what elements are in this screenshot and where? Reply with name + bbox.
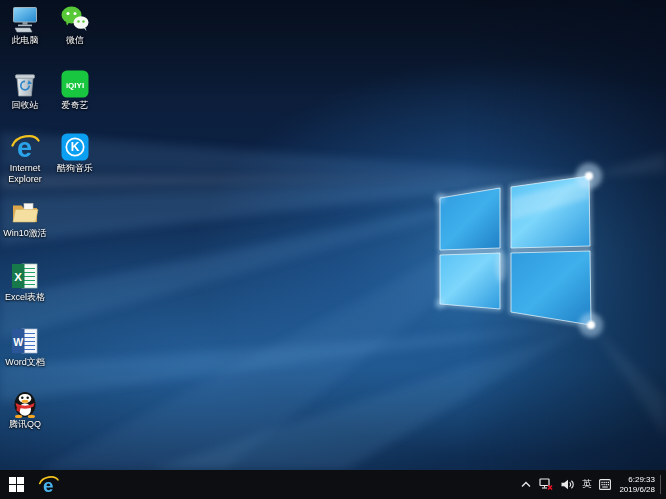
recycle-bin-icon xyxy=(10,69,40,99)
red-x-badge xyxy=(548,486,552,490)
excel-icon: X xyxy=(10,261,40,291)
clock-time: 6:29:33 xyxy=(619,475,655,485)
this-pc-icon xyxy=(10,4,40,34)
desktop-icon-label: 酷狗音乐 xyxy=(52,163,98,174)
desktop-icon-win10-activation[interactable]: Win10激活 xyxy=(2,197,48,239)
desktop-icon-excel[interactable]: X Excel表格 xyxy=(2,261,48,303)
desktop-icon-label: Word文档 xyxy=(2,357,48,368)
desktop-icon-label: Excel表格 xyxy=(2,292,48,303)
volume-button[interactable] xyxy=(557,470,578,499)
start-button[interactable] xyxy=(0,470,33,499)
qq-penguin-icon xyxy=(10,388,40,418)
windows-desktop-screen: 此电脑 回收站 e xyxy=(0,0,666,499)
desktop-icon-this-pc[interactable]: 此电脑 xyxy=(2,4,48,46)
desktop-icon-recycle-bin[interactable]: 回收站 xyxy=(2,69,48,111)
windows-logo-icon xyxy=(9,477,24,492)
show-desktop-button[interactable] xyxy=(661,470,666,499)
internet-explorer-icon: e xyxy=(38,474,59,495)
desktop-icon-word[interactable]: W Word文档 xyxy=(2,326,48,368)
word-letter: W xyxy=(13,336,23,348)
desktop-icon-label: 微信 xyxy=(52,35,98,46)
wechat-icon xyxy=(60,4,90,34)
desktop-icon-kugou-music[interactable]: K 酷狗音乐 xyxy=(52,132,98,174)
desktop-icon-tencent-qq[interactable]: 腾讯QQ xyxy=(2,388,48,430)
network-status-button[interactable] xyxy=(535,470,557,499)
desktop-icon-label: 腾讯QQ xyxy=(2,419,48,430)
desktop-icon-label: Internet Explorer xyxy=(2,163,48,185)
desktop-icon-internet-explorer[interactable]: e Internet Explorer xyxy=(2,132,48,185)
word-icon: W xyxy=(10,326,40,356)
speaker-icon xyxy=(561,479,574,490)
internet-explorer-icon: e xyxy=(10,132,40,162)
desktop-icon-label: Win10激活 xyxy=(2,228,48,239)
ime-language-indicator[interactable]: 英 xyxy=(578,470,596,499)
desktop[interactable]: 此电脑 回收站 e xyxy=(0,0,666,470)
taskbar-clock[interactable]: 6:29:33 2019/6/28 xyxy=(615,475,660,495)
taskbar-internet-explorer-button[interactable]: e xyxy=(33,470,63,499)
taskbar: e xyxy=(0,470,666,499)
desktop-icon-label: 回收站 xyxy=(2,100,48,111)
desktop-icon-label: 爱奇艺 xyxy=(52,100,98,111)
iqiyi-wordmark: iQIYI xyxy=(66,81,84,90)
system-tray: 英 6:29:33 2019/6/28 xyxy=(517,470,666,499)
ime-grid-keyboard-icon xyxy=(599,479,611,490)
ime-keyboard-button[interactable] xyxy=(595,470,615,499)
iqiyi-icon: iQIYI xyxy=(60,69,90,99)
desktop-icon-wechat[interactable]: 微信 xyxy=(52,4,98,46)
hidden-icons-button[interactable] xyxy=(517,470,535,499)
desktop-icon-label: 此电脑 xyxy=(2,35,48,46)
clock-date: 2019/6/28 xyxy=(619,485,655,495)
excel-letter: X xyxy=(14,271,22,283)
kugou-icon: K xyxy=(60,132,90,162)
windows-hero-wallpaper xyxy=(0,0,666,470)
kugou-letter: K xyxy=(71,140,80,154)
chevron-up-icon xyxy=(521,481,531,488)
desktop-icon-iqiyi[interactable]: iQIYI 爱奇艺 xyxy=(52,69,98,111)
folder-icon xyxy=(10,197,40,227)
network-disconnected-icon xyxy=(539,478,553,491)
